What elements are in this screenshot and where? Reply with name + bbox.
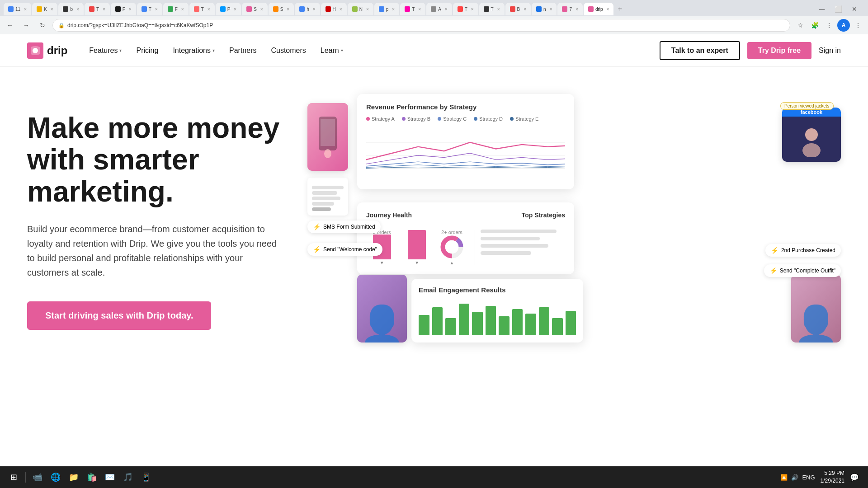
browser-tab[interactable]: S× [269, 3, 294, 15]
browser-tab[interactable]: B× [505, 3, 531, 15]
send-icon: ⚡ [769, 267, 777, 274]
settings-button[interactable]: ⋮ [823, 19, 835, 32]
cta-button[interactable]: Start driving sales with Drip today. [27, 301, 211, 330]
email-bar [525, 314, 536, 335]
email-bar [552, 318, 563, 335]
clock-date: 1/29/2021 [821, 477, 844, 485]
browser-tab[interactable]: T× [137, 3, 162, 15]
taskbar-app[interactable]: 📱 [138, 469, 154, 485]
browser-tab[interactable]: A× [426, 3, 452, 15]
notification-button[interactable]: 💬 [850, 473, 859, 482]
minimize-button[interactable]: ─ [816, 5, 828, 14]
chart-legend: Strategy A Strategy B Strategy C Strateg… [366, 116, 565, 122]
purchase-badge: ⚡ 2nd Purchase Created [765, 244, 841, 257]
nav-actions: Talk to an expert Try Drip free Sign in [660, 41, 841, 60]
browser-tab[interactable]: p× [374, 3, 399, 15]
browser-tab[interactable]: F× [111, 3, 136, 15]
browser-tab[interactable]: h× [295, 3, 320, 15]
taskbar-spotify[interactable]: 🎵 [120, 469, 136, 485]
reload-button[interactable]: ↻ [36, 19, 49, 32]
browser-tab[interactable]: H× [321, 3, 347, 15]
taskbar-clock[interactable]: 5:29 PM 1/29/2021 [821, 469, 844, 485]
nav-features[interactable]: Features ▾ [89, 47, 122, 55]
list-line [312, 202, 334, 206]
browser-tab-active[interactable]: drip× [584, 3, 614, 15]
phone-image [307, 103, 348, 171]
try-drip-button[interactable]: Try Drip free [747, 42, 811, 59]
extensions-button[interactable]: 🧩 [808, 19, 821, 32]
hero-section: Make more money with smarter marketing. … [0, 67, 868, 383]
sms-badge: ⚡ SMS Form Submitted [307, 221, 381, 233]
browser-tab[interactable]: 7× [557, 3, 582, 15]
journey-bar-container [401, 237, 432, 259]
taskbar-zoom[interactable]: 📹 [29, 469, 46, 485]
maximize-button[interactable]: ⬜ [832, 5, 844, 13]
taskbar-separator [25, 472, 26, 483]
nav-customers[interactable]: Customers [271, 47, 306, 55]
browser-tab[interactable]: N× [348, 3, 373, 15]
complete-badge-text: Send "Complete Outfit" [780, 267, 835, 274]
browser-tab[interactable]: T× [479, 3, 505, 15]
list-line [312, 207, 331, 211]
browser-tab[interactable]: T× [85, 3, 110, 15]
browser-tab[interactable]: b× [58, 3, 83, 15]
browser-tab[interactable]: T× [400, 3, 425, 15]
top-strategies-title: Top Strategies [522, 211, 565, 219]
donut-chart [439, 235, 464, 259]
svg-point-13 [802, 143, 821, 157]
bookmark-button[interactable]: ☆ [794, 19, 807, 32]
lightning-icon: ⚡ [313, 223, 321, 230]
browser-tab[interactable]: T× [189, 3, 215, 15]
browser-tab[interactable]: S× [242, 3, 268, 15]
address-bar[interactable]: 🔒 drip.com/?gspk=U3llZEJhbGtoaQ==&gsxid=… [52, 19, 790, 32]
more-button[interactable]: ⋮ [852, 19, 864, 32]
browser-tab[interactable]: K× [32, 3, 58, 15]
send-welcome-text: Send "Welcome code" [323, 246, 377, 253]
hero-subtitle: Build your ecommerce brand—from customer… [27, 222, 280, 280]
taskbar-edge[interactable]: 🌐 [47, 469, 64, 485]
journey-bar [408, 230, 426, 259]
taskbar-right: 🔼 🔊 ENG 5:29 PM 1/29/2021 💬 [780, 469, 863, 485]
logo[interactable]: drip [27, 42, 67, 59]
legend-item: Strategy E [510, 116, 538, 122]
nav-integrations[interactable]: Integrations ▾ [173, 47, 215, 55]
taskbar-mail[interactable]: ✉️ [102, 469, 118, 485]
email-bar [419, 315, 429, 335]
close-button[interactable]: ✕ [848, 5, 861, 13]
journey-bar-label: ▲ [436, 260, 467, 265]
back-button[interactable]: ← [4, 19, 16, 32]
fb-card: facebook [782, 108, 841, 162]
legend-item: Strategy B [402, 116, 430, 122]
signin-button[interactable]: Sign in [819, 47, 841, 55]
strategy-bar [481, 244, 548, 248]
person-image-right: 👤 [791, 275, 841, 343]
browser-tab[interactable]: n× [532, 3, 557, 15]
taskbar-store[interactable]: 🛍️ [84, 469, 100, 485]
lock-icon: 🔒 [58, 23, 65, 28]
person-image-left: 👤 [357, 275, 407, 343]
forward-button[interactable]: → [20, 19, 33, 32]
nav-learn[interactable]: Learn ▾ [321, 47, 343, 55]
talk-to-expert-button[interactable]: Talk to an expert [660, 41, 740, 60]
hero-dashboard: Revenue Performance by Strategy Strategy… [307, 94, 841, 347]
profile-button[interactable]: A [837, 19, 850, 32]
nav-partners[interactable]: Partners [229, 47, 256, 55]
legend-item: Strategy A [366, 116, 395, 122]
logo-icon [27, 42, 43, 59]
email-engagement-card: Email Engagement Results [411, 279, 583, 343]
svg-point-12 [805, 128, 818, 141]
nav-pricing[interactable]: Pricing [136, 47, 158, 55]
start-button[interactable]: ⊞ [5, 469, 22, 485]
browser-toolbar: ← → ↻ 🔒 drip.com/?gspk=U3llZEJhbGtoaQ==&… [0, 16, 868, 34]
nav-links: Features ▾ Pricing Integrations ▾ Partne… [89, 47, 660, 55]
sms-badge-text: SMS Form Submitted [323, 224, 375, 230]
taskbar-files[interactable]: 📁 [66, 469, 82, 485]
journey-columns: 0 orders ▼ 1 order [366, 230, 565, 265]
new-tab-button[interactable]: + [614, 4, 625, 14]
journey-col-2: 2+ orders ▲ [436, 230, 467, 265]
browser-tab[interactable]: 11× [4, 3, 31, 15]
browser-tab[interactable]: P× [216, 3, 241, 15]
browser-tab[interactable]: F× [163, 3, 189, 15]
browser-tab[interactable]: T× [453, 3, 478, 15]
legend-item: Strategy D [474, 116, 503, 122]
